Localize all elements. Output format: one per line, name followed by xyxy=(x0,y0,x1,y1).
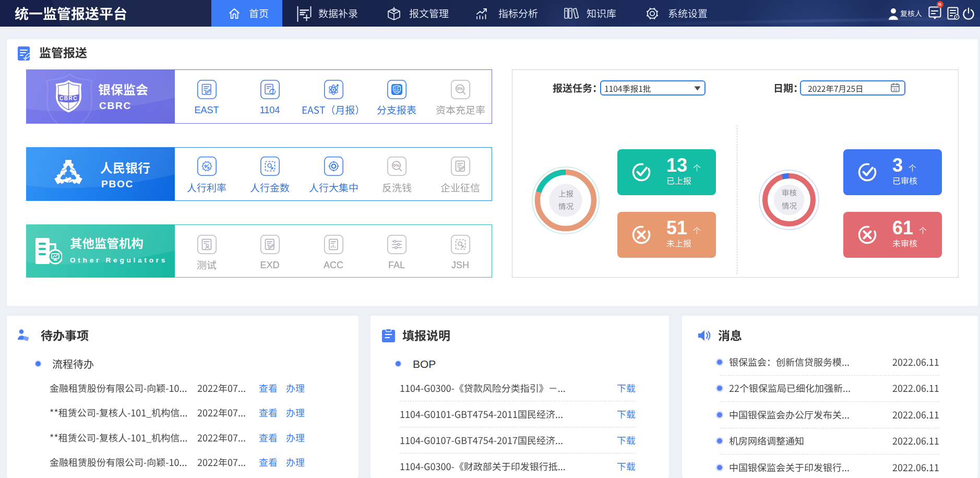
svg-text:0%: 0% xyxy=(457,86,463,91)
svg-text:CBRC: CBRC xyxy=(59,95,78,101)
svg-text:0%: 0% xyxy=(393,163,400,168)
svg-text:31: 31 xyxy=(893,88,898,91)
